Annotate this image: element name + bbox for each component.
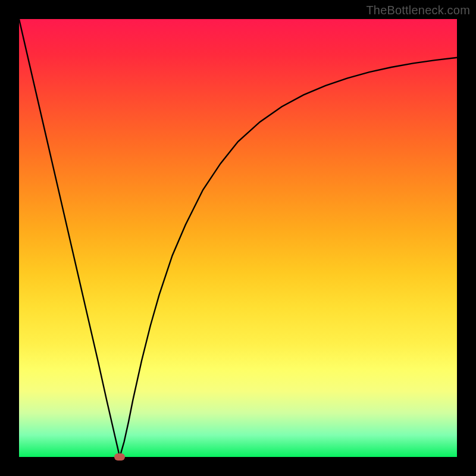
chart-frame: TheBottleneck.com [0, 0, 476, 476]
plot-area [19, 19, 457, 457]
optimum-marker [114, 453, 125, 461]
watermark-text: TheBottleneck.com [366, 4, 470, 17]
bottleneck-curve [19, 19, 457, 457]
